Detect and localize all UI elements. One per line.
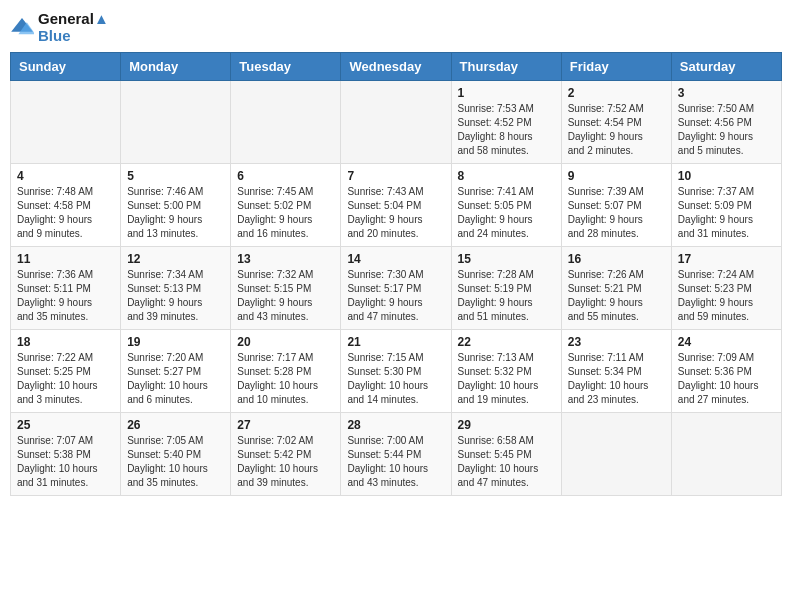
day-number: 16 [568,252,665,266]
calendar-cell [341,81,451,164]
day-header-tuesday: Tuesday [231,53,341,81]
calendar-week-5: 25Sunrise: 7:07 AM Sunset: 5:38 PM Dayli… [11,413,782,496]
calendar-cell: 28Sunrise: 7:00 AM Sunset: 5:44 PM Dayli… [341,413,451,496]
calendar-cell: 13Sunrise: 7:32 AM Sunset: 5:15 PM Dayli… [231,247,341,330]
day-number: 3 [678,86,775,100]
day-info: Sunrise: 7:37 AM Sunset: 5:09 PM Dayligh… [678,185,775,241]
day-number: 26 [127,418,224,432]
day-info: Sunrise: 6:58 AM Sunset: 5:45 PM Dayligh… [458,434,555,490]
day-info: Sunrise: 7:30 AM Sunset: 5:17 PM Dayligh… [347,268,444,324]
calendar-cell: 21Sunrise: 7:15 AM Sunset: 5:30 PM Dayli… [341,330,451,413]
calendar-cell: 1Sunrise: 7:53 AM Sunset: 4:52 PM Daylig… [451,81,561,164]
calendar-cell [231,81,341,164]
day-number: 10 [678,169,775,183]
day-info: Sunrise: 7:26 AM Sunset: 5:21 PM Dayligh… [568,268,665,324]
day-info: Sunrise: 7:00 AM Sunset: 5:44 PM Dayligh… [347,434,444,490]
day-number: 17 [678,252,775,266]
day-info: Sunrise: 7:15 AM Sunset: 5:30 PM Dayligh… [347,351,444,407]
day-info: Sunrise: 7:05 AM Sunset: 5:40 PM Dayligh… [127,434,224,490]
page-header: General▲ Blue [10,10,782,44]
calendar-cell: 20Sunrise: 7:17 AM Sunset: 5:28 PM Dayli… [231,330,341,413]
day-number: 5 [127,169,224,183]
day-info: Sunrise: 7:53 AM Sunset: 4:52 PM Dayligh… [458,102,555,158]
day-number: 2 [568,86,665,100]
day-info: Sunrise: 7:46 AM Sunset: 5:00 PM Dayligh… [127,185,224,241]
day-number: 24 [678,335,775,349]
day-number: 9 [568,169,665,183]
calendar-cell: 10Sunrise: 7:37 AM Sunset: 5:09 PM Dayli… [671,164,781,247]
day-info: Sunrise: 7:32 AM Sunset: 5:15 PM Dayligh… [237,268,334,324]
day-header-wednesday: Wednesday [341,53,451,81]
logo-text: General▲ Blue [38,10,109,44]
day-number: 21 [347,335,444,349]
day-number: 15 [458,252,555,266]
calendar-cell: 22Sunrise: 7:13 AM Sunset: 5:32 PM Dayli… [451,330,561,413]
calendar-cell: 2Sunrise: 7:52 AM Sunset: 4:54 PM Daylig… [561,81,671,164]
calendar-cell: 12Sunrise: 7:34 AM Sunset: 5:13 PM Dayli… [121,247,231,330]
day-header-saturday: Saturday [671,53,781,81]
day-info: Sunrise: 7:50 AM Sunset: 4:56 PM Dayligh… [678,102,775,158]
day-info: Sunrise: 7:34 AM Sunset: 5:13 PM Dayligh… [127,268,224,324]
calendar-week-2: 4Sunrise: 7:48 AM Sunset: 4:58 PM Daylig… [11,164,782,247]
day-info: Sunrise: 7:28 AM Sunset: 5:19 PM Dayligh… [458,268,555,324]
day-number: 14 [347,252,444,266]
calendar-cell: 23Sunrise: 7:11 AM Sunset: 5:34 PM Dayli… [561,330,671,413]
day-number: 29 [458,418,555,432]
day-number: 19 [127,335,224,349]
calendar-cell: 14Sunrise: 7:30 AM Sunset: 5:17 PM Dayli… [341,247,451,330]
calendar-cell [121,81,231,164]
day-number: 1 [458,86,555,100]
day-number: 4 [17,169,114,183]
calendar-cell [561,413,671,496]
day-info: Sunrise: 7:22 AM Sunset: 5:25 PM Dayligh… [17,351,114,407]
day-number: 7 [347,169,444,183]
day-info: Sunrise: 7:02 AM Sunset: 5:42 PM Dayligh… [237,434,334,490]
calendar-cell: 8Sunrise: 7:41 AM Sunset: 5:05 PM Daylig… [451,164,561,247]
day-number: 11 [17,252,114,266]
calendar-cell: 25Sunrise: 7:07 AM Sunset: 5:38 PM Dayli… [11,413,121,496]
calendar-header-row: SundayMondayTuesdayWednesdayThursdayFrid… [11,53,782,81]
calendar-cell [11,81,121,164]
calendar-week-3: 11Sunrise: 7:36 AM Sunset: 5:11 PM Dayli… [11,247,782,330]
day-info: Sunrise: 7:24 AM Sunset: 5:23 PM Dayligh… [678,268,775,324]
logo-icon [10,15,34,39]
day-number: 22 [458,335,555,349]
day-number: 13 [237,252,334,266]
calendar-cell: 17Sunrise: 7:24 AM Sunset: 5:23 PM Dayli… [671,247,781,330]
day-header-friday: Friday [561,53,671,81]
calendar-cell: 15Sunrise: 7:28 AM Sunset: 5:19 PM Dayli… [451,247,561,330]
day-number: 25 [17,418,114,432]
day-info: Sunrise: 7:07 AM Sunset: 5:38 PM Dayligh… [17,434,114,490]
calendar-cell: 5Sunrise: 7:46 AM Sunset: 5:00 PM Daylig… [121,164,231,247]
day-number: 6 [237,169,334,183]
day-info: Sunrise: 7:09 AM Sunset: 5:36 PM Dayligh… [678,351,775,407]
calendar-cell [671,413,781,496]
day-info: Sunrise: 7:43 AM Sunset: 5:04 PM Dayligh… [347,185,444,241]
calendar-week-4: 18Sunrise: 7:22 AM Sunset: 5:25 PM Dayli… [11,330,782,413]
calendar-cell: 3Sunrise: 7:50 AM Sunset: 4:56 PM Daylig… [671,81,781,164]
day-info: Sunrise: 7:41 AM Sunset: 5:05 PM Dayligh… [458,185,555,241]
calendar-cell: 16Sunrise: 7:26 AM Sunset: 5:21 PM Dayli… [561,247,671,330]
day-info: Sunrise: 7:36 AM Sunset: 5:11 PM Dayligh… [17,268,114,324]
day-number: 20 [237,335,334,349]
calendar-table: SundayMondayTuesdayWednesdayThursdayFrid… [10,52,782,496]
day-header-sunday: Sunday [11,53,121,81]
day-number: 28 [347,418,444,432]
calendar-cell: 26Sunrise: 7:05 AM Sunset: 5:40 PM Dayli… [121,413,231,496]
day-info: Sunrise: 7:39 AM Sunset: 5:07 PM Dayligh… [568,185,665,241]
calendar-cell: 11Sunrise: 7:36 AM Sunset: 5:11 PM Dayli… [11,247,121,330]
day-info: Sunrise: 7:20 AM Sunset: 5:27 PM Dayligh… [127,351,224,407]
day-number: 18 [17,335,114,349]
day-header-monday: Monday [121,53,231,81]
day-info: Sunrise: 7:48 AM Sunset: 4:58 PM Dayligh… [17,185,114,241]
calendar-cell: 24Sunrise: 7:09 AM Sunset: 5:36 PM Dayli… [671,330,781,413]
calendar-cell: 27Sunrise: 7:02 AM Sunset: 5:42 PM Dayli… [231,413,341,496]
day-number: 8 [458,169,555,183]
calendar-cell: 19Sunrise: 7:20 AM Sunset: 5:27 PM Dayli… [121,330,231,413]
day-number: 12 [127,252,224,266]
day-info: Sunrise: 7:13 AM Sunset: 5:32 PM Dayligh… [458,351,555,407]
day-info: Sunrise: 7:17 AM Sunset: 5:28 PM Dayligh… [237,351,334,407]
calendar-cell: 7Sunrise: 7:43 AM Sunset: 5:04 PM Daylig… [341,164,451,247]
calendar-cell: 18Sunrise: 7:22 AM Sunset: 5:25 PM Dayli… [11,330,121,413]
calendar-cell: 6Sunrise: 7:45 AM Sunset: 5:02 PM Daylig… [231,164,341,247]
